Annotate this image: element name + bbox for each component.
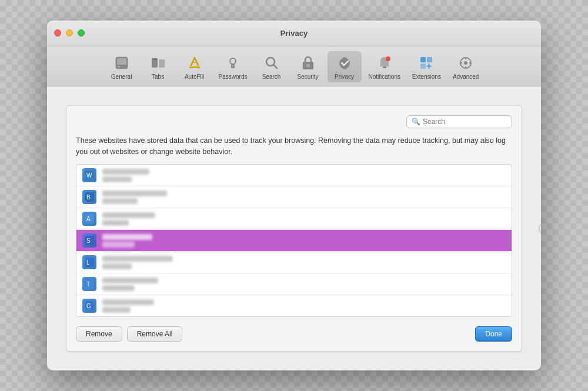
site-name	[102, 169, 149, 175]
svg-text:G: G	[86, 303, 91, 309]
site-detail	[102, 242, 135, 248]
autofill-label: AutoFill	[185, 73, 204, 80]
svg-point-20	[464, 61, 467, 65]
site-info	[102, 278, 158, 291]
sites-list: W B	[76, 164, 512, 317]
toolbar-item-autofill[interactable]: AutoFill	[178, 51, 212, 82]
svg-rect-13	[306, 64, 310, 67]
svg-point-15	[386, 56, 390, 61]
bottom-buttons: Remove Remove All Done	[76, 326, 512, 342]
toolbar-item-privacy[interactable]: Privacy	[328, 51, 362, 82]
search-bar[interactable]: 🔍	[406, 115, 512, 128]
site-row[interactable]: W	[76, 165, 512, 186]
site-favicon: A	[82, 212, 96, 226]
done-button[interactable]: Done	[475, 326, 512, 342]
search-toolbar-icon	[262, 54, 281, 72]
site-name	[102, 299, 154, 305]
site-name	[102, 191, 167, 196]
advanced-icon	[456, 54, 475, 72]
extensions-icon	[417, 54, 436, 72]
site-info	[102, 256, 173, 269]
svg-rect-16	[420, 57, 426, 62]
minimize-button[interactable]	[66, 29, 73, 36]
site-favicon: G	[82, 299, 96, 313]
site-detail	[102, 263, 132, 269]
svg-text:T: T	[86, 281, 90, 288]
svg-point-9	[232, 65, 234, 66]
description-text: These websites have stored data that can…	[76, 135, 512, 158]
toolbar: General Tabs AutoFill	[47, 46, 541, 86]
site-favicon: L	[82, 255, 96, 269]
notifications-label: Notifications	[369, 73, 400, 80]
site-row-selected[interactable]: S	[76, 230, 512, 252]
svg-rect-5	[152, 58, 158, 60]
content-wrapper: 🔍 These websites have stored data that c…	[56, 105, 532, 352]
site-name	[102, 212, 155, 218]
svg-text:B: B	[86, 194, 91, 200]
toolbar-item-passwords[interactable]: Passwords	[214, 51, 252, 82]
svg-rect-14	[383, 66, 386, 68]
remove-all-button[interactable]: Remove All	[127, 326, 183, 342]
toolbar-item-general[interactable]: General	[105, 51, 139, 82]
site-name	[102, 256, 173, 262]
window-title: Privacy	[280, 29, 308, 38]
passwords-icon	[223, 54, 242, 72]
svg-text:A: A	[86, 216, 91, 222]
search-bar-row: 🔍	[76, 115, 512, 128]
advanced-label: Advanced	[453, 73, 479, 80]
site-favicon: S	[82, 233, 96, 248]
site-favicon: B	[82, 190, 96, 204]
notifications-icon	[375, 54, 394, 72]
svg-rect-3	[152, 59, 158, 68]
site-row[interactable]: T	[76, 273, 512, 295]
remove-button[interactable]: Remove	[76, 326, 122, 342]
svg-rect-6	[189, 66, 200, 68]
site-detail	[102, 307, 131, 313]
svg-line-11	[273, 65, 277, 68]
site-name	[102, 278, 158, 283]
svg-text:S: S	[86, 238, 91, 244]
site-row[interactable]: B	[76, 186, 512, 208]
general-label: General	[111, 73, 132, 80]
site-favicon: W	[82, 168, 96, 182]
toolbar-item-extensions[interactable]: Extensions	[407, 51, 446, 82]
svg-text:W: W	[86, 172, 92, 179]
site-row[interactable]: A	[76, 208, 512, 230]
toolbar-item-tabs[interactable]: Tabs	[141, 51, 175, 82]
maximize-button[interactable]	[78, 29, 85, 36]
toolbar-item-search[interactable]: Search	[255, 51, 289, 82]
svg-rect-1	[117, 58, 126, 65]
autofill-icon	[185, 54, 204, 72]
site-name	[102, 234, 152, 240]
site-detail	[102, 176, 132, 182]
tabs-icon	[149, 54, 168, 72]
traffic-lights	[54, 29, 85, 36]
passwords-label: Passwords	[219, 73, 248, 80]
close-button[interactable]	[54, 29, 61, 36]
site-info	[102, 212, 155, 226]
general-icon	[112, 54, 131, 72]
search-icon: 🔍	[412, 118, 420, 126]
search-input[interactable]	[423, 118, 507, 126]
site-row[interactable]: G	[76, 295, 512, 316]
svg-text:L: L	[86, 259, 90, 266]
svg-rect-2	[118, 66, 120, 68]
main-window: Privacy General Tabs	[47, 21, 541, 371]
svg-point-7	[230, 58, 236, 64]
site-detail	[102, 198, 138, 204]
svg-rect-18	[420, 64, 426, 69]
site-row[interactable]: L	[76, 252, 512, 273]
toolbar-item-security[interactable]: Security	[291, 51, 325, 82]
site-info	[102, 169, 149, 182]
site-favicon: T	[82, 277, 96, 291]
content-panel: 🔍 These websites have stored data that c…	[66, 105, 522, 352]
extensions-label: Extensions	[412, 73, 441, 80]
site-info	[102, 234, 152, 248]
site-info	[102, 299, 154, 313]
security-icon	[299, 54, 318, 72]
security-label: Security	[297, 73, 318, 80]
toolbar-item-advanced[interactable]: Advanced	[448, 51, 483, 82]
help-button[interactable]: ?	[539, 223, 541, 235]
search-toolbar-label: Search	[262, 73, 281, 80]
toolbar-item-notifications[interactable]: Notifications	[364, 51, 405, 82]
